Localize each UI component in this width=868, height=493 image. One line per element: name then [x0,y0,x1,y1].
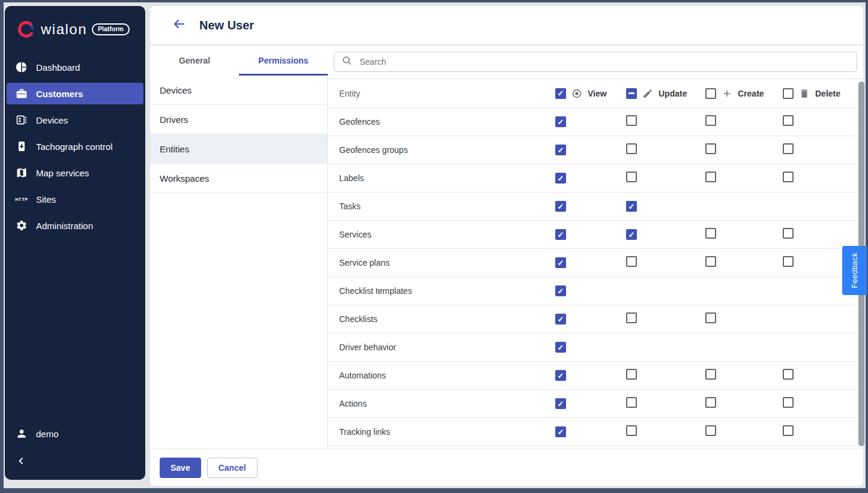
create-checkbox[interactable] [705,172,716,182]
delete-checkbox[interactable] [783,369,794,380]
sidebar-menu: DashboardCustomersDevicesTachograph cont… [5,56,145,236]
view-checkbox[interactable] [555,314,566,324]
view-checkbox[interactable] [555,173,566,184]
create-cell [705,397,783,410]
column-label: Delete [815,89,840,98]
subnav-item-drivers[interactable]: Drivers [150,105,327,134]
view-checkbox[interactable] [555,398,566,409]
create-checkbox[interactable] [705,143,716,154]
update-checkbox[interactable] [626,425,637,436]
tab-general[interactable]: General [150,46,239,76]
sidebar-item-devices[interactable]: Devices [7,109,143,131]
table-row: Driver behavior [328,333,863,362]
user-menu[interactable]: demo [7,423,143,444]
sidebar-item-map-services[interactable]: Map services [7,162,143,184]
create-cell [705,256,783,269]
update-checkbox[interactable] [626,143,637,154]
view-checkbox[interactable] [555,342,566,353]
view-checkbox[interactable] [555,370,566,381]
column-header-create: Create [705,88,783,100]
view-checkbox[interactable] [555,116,566,127]
view-checkbox[interactable] [555,201,566,212]
create-checkbox[interactable] [705,228,716,239]
cancel-button[interactable]: Cancel [207,458,258,478]
view-cell [555,201,626,212]
create-checkbox[interactable] [705,369,716,380]
search-input[interactable] [358,56,849,67]
sidebar-item-label: Sites [36,194,56,205]
update-cell [626,115,705,128]
delete-checkbox[interactable] [783,172,794,182]
update-checkbox[interactable] [626,115,637,126]
update-checkbox[interactable] [626,312,637,323]
subnav-item-workspaces[interactable]: Workspaces [150,164,327,193]
delete-checkbox[interactable] [783,143,794,154]
search-icon [342,55,352,68]
delete-cell [783,143,863,157]
sidebar: wialon Platform DashboardCustomersDevice… [5,6,145,480]
table-row: Checklist templates [328,277,863,305]
tachograph-icon [14,139,29,154]
column-header-update: Update [626,88,705,100]
update-checkbox[interactable] [626,201,637,212]
delete-cell [783,397,863,410]
create-cell [705,425,783,438]
delete-select-all-checkbox[interactable] [783,88,794,99]
view-checkbox[interactable] [555,229,566,240]
tab-permissions[interactable]: Permissions [239,46,328,76]
subnav-item-devices[interactable]: Devices [150,76,327,105]
update-checkbox[interactable] [626,229,637,240]
delete-checkbox[interactable] [783,228,794,239]
update-cell [626,312,705,326]
sidebar-item-administration[interactable]: Administration [7,215,143,236]
view-checkbox[interactable] [555,145,566,155]
update-cell [626,369,705,382]
sidebar-item-sites[interactable]: HTTPSites [7,188,143,210]
column-header-view: View [555,88,626,100]
update-select-all-checkbox[interactable] [626,88,637,99]
column-header-delete: Delete [783,88,863,100]
create-checkbox[interactable] [705,256,716,267]
view-checkbox[interactable] [555,426,566,437]
search-area [328,46,863,76]
sidebar-item-label: Dashboard [36,62,80,73]
delete-checkbox[interactable] [783,425,794,436]
table-row: Service plans [328,249,863,277]
back-button[interactable] [172,18,186,32]
delete-checkbox[interactable] [783,256,794,267]
update-checkbox[interactable] [626,172,637,182]
sidebar-bottom: demo [5,423,145,480]
sidebar-item-customers[interactable]: Customers [7,83,143,104]
feedback-label: Feedback [850,252,859,288]
delete-cell [783,115,863,128]
update-cell [626,201,705,212]
create-select-all-checkbox[interactable] [705,88,716,99]
create-checkbox[interactable] [705,397,716,408]
view-checkbox[interactable] [555,285,566,296]
sidebar-item-dashboard[interactable]: Dashboard [7,56,143,78]
search-box[interactable] [334,52,857,72]
create-checkbox[interactable] [705,115,716,126]
view-checkbox[interactable] [555,257,566,268]
sidebar-collapse-button[interactable] [7,444,143,468]
create-checkbox[interactable] [705,312,716,323]
delete-checkbox[interactable] [783,115,794,126]
update-checkbox[interactable] [626,256,637,267]
update-checkbox[interactable] [626,369,637,380]
update-checkbox[interactable] [626,397,637,408]
entity-name: Automations [328,371,555,380]
brand-badge: Platform [92,23,130,35]
view-select-all-checkbox[interactable] [555,88,566,99]
save-button[interactable]: Save [160,458,201,478]
sidebar-item-tachograph-control[interactable]: Tachograph control [7,136,143,157]
create-cell [705,143,783,157]
create-checkbox[interactable] [705,425,716,436]
subnav-item-entities[interactable]: Entities [150,134,327,164]
view-cell [555,116,626,128]
entity-name: Geofences groups [328,145,555,155]
column-label: View [588,89,607,98]
entity-name: Checklists [328,314,555,324]
feedback-tab[interactable]: Feedback [842,246,867,295]
view-cell [555,229,626,241]
delete-checkbox[interactable] [783,397,794,408]
